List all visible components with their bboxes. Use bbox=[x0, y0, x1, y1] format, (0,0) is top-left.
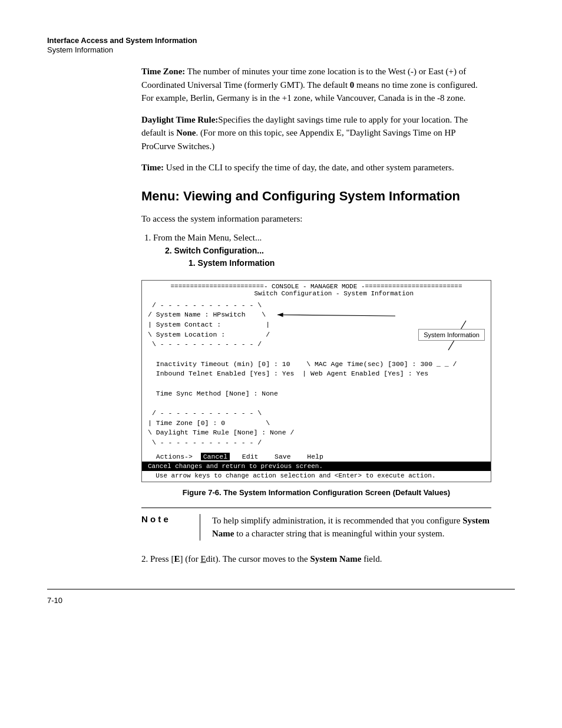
section-heading: Menu: Viewing and Configuring System Inf… bbox=[141, 189, 491, 204]
step2-number: 2. bbox=[141, 554, 148, 564]
breadcrumb-normal: System Information bbox=[47, 45, 515, 54]
console-line: Inbound Telnet Enabled [Yes] : Yes | Web… bbox=[148, 369, 485, 379]
console-status-highlight: Cancel changes and return to previous sc… bbox=[142, 462, 491, 471]
body-content: Time Zone: The number of minutes your ti… bbox=[141, 65, 491, 565]
system-information-callout: System Information bbox=[418, 329, 485, 341]
console-line bbox=[148, 350, 485, 360]
list-item-2b: 1. System Information bbox=[189, 257, 491, 269]
console-actions: Actions-> Cancel Edit Save Help bbox=[142, 450, 491, 462]
console-line: Time Sync Method [None] : None bbox=[148, 389, 485, 399]
daylight-term: Daylight Time Rule: bbox=[141, 115, 218, 124]
note-text2: to a character string that is meaningful… bbox=[234, 529, 445, 538]
console-screen: ========================- CONSOLE - MANA… bbox=[141, 280, 491, 482]
console-line bbox=[148, 398, 485, 409]
intro-text: To access the system information paramet… bbox=[141, 212, 491, 226]
console-line: | Time Zone [0] : 0 \ bbox=[148, 419, 485, 429]
daylight-none: None bbox=[176, 128, 196, 137]
note-label: N o t e bbox=[141, 514, 200, 541]
console-line: / - - - - - - - - - - - - \ bbox=[148, 301, 485, 311]
time-term: Time: bbox=[141, 163, 164, 172]
time-text: Used in the CLI to specify the time of d… bbox=[164, 163, 454, 172]
console-line bbox=[148, 379, 485, 389]
console-line: / - - - - - - - - - - - - \ bbox=[148, 409, 485, 419]
note-content: To help simplify administration, it is r… bbox=[212, 514, 491, 541]
list-item-2a: 2. Switch Configuration... bbox=[165, 245, 491, 257]
console-line: \ - - - - - - - - - - - - / bbox=[148, 438, 485, 448]
step2-text1: Press [ bbox=[148, 554, 174, 564]
list-item-1-text: From the Main Menu, Select... bbox=[153, 233, 262, 242]
timezone-para: Time Zone: The number of minutes your ti… bbox=[141, 65, 491, 105]
note-text1: To help simplify administration, it is r… bbox=[212, 516, 462, 525]
step-2: 2. Press [E] (for Edit). The cursor move… bbox=[141, 552, 491, 566]
page-footer: 7-10 bbox=[47, 589, 515, 605]
list-item-1: From the Main Menu, Select... 2. Switch … bbox=[153, 231, 491, 269]
step2-bold1: E bbox=[174, 554, 180, 564]
console-status-text: Use arrow keys to change action selectio… bbox=[142, 471, 491, 482]
timezone-term: Time Zone: bbox=[141, 67, 185, 76]
breadcrumb: Interface Access and System Information … bbox=[47, 35, 515, 54]
step2-text2: ] (for Edit). The cursor moves to the bbox=[180, 554, 310, 564]
figure-caption: Figure 7-6. The System Information Confi… bbox=[141, 488, 491, 497]
console-body: System Information / - - - - - - - - - -… bbox=[142, 298, 491, 450]
time-para: Time: Used in the CLI to specify the tim… bbox=[141, 161, 491, 174]
console-line: / System Name : HPswitch \ bbox=[148, 310, 485, 320]
console-line: \ Daylight Time Rule [None] : None / bbox=[148, 428, 485, 438]
console-line: Inactivity Timeout (min) [0] : 10 \ MAC … bbox=[148, 360, 485, 370]
note-section: N o t e To help simplify administration,… bbox=[141, 508, 491, 541]
instructions-list: From the Main Menu, Select... 2. Switch … bbox=[153, 231, 491, 269]
step2-text4: field. bbox=[361, 554, 382, 564]
console-header: ========================- CONSOLE - MANA… bbox=[142, 281, 491, 298]
console-line: \ - - - - - - - - - - - - / bbox=[148, 340, 485, 350]
breadcrumb-bold: Interface Access and System Information bbox=[47, 36, 197, 45]
daylight-para: Daylight Time Rule:Specifies the dayligh… bbox=[141, 113, 491, 153]
step2-bold2: System Name bbox=[310, 554, 361, 564]
cancel-button[interactable]: Cancel bbox=[201, 453, 230, 460]
page-number: 7-10 bbox=[47, 596, 62, 605]
